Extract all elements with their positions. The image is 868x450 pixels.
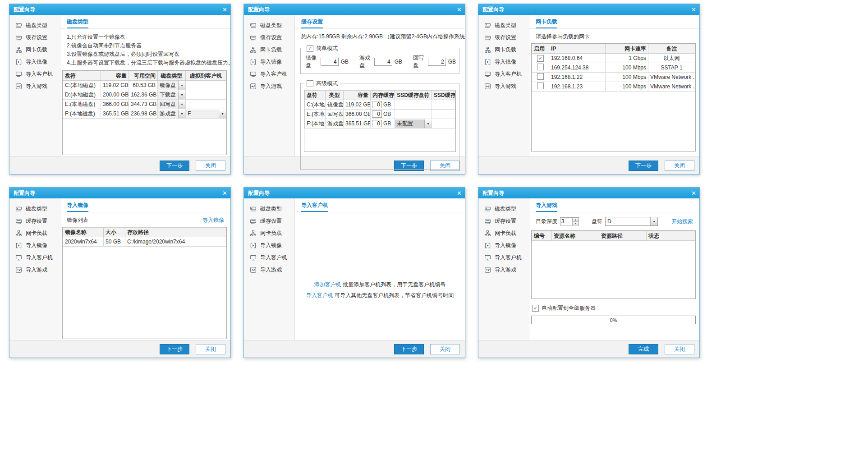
titlebar[interactable]: 配置向导 ✕ xyxy=(244,188,465,198)
import-client-link[interactable]: 导入客户机 xyxy=(306,292,333,298)
sidebar-item-cache-settings[interactable]: 缓存设置 xyxy=(9,32,60,44)
sidebar-item-import-image[interactable]: 导入镜像 xyxy=(9,239,60,252)
depth-input[interactable] xyxy=(560,218,572,225)
sidebar-item-cache-settings[interactable]: 缓存设置 xyxy=(244,32,294,44)
sidebar-item-cache-settings[interactable]: 缓存设置 xyxy=(9,215,60,227)
tab-import-game[interactable]: 导入游戏 xyxy=(536,200,557,212)
tab-import-client[interactable]: 导入客户机 xyxy=(301,200,328,212)
sidebar-item-import-game[interactable]: 导入游戏 xyxy=(478,264,529,276)
memory-cache-input[interactable] xyxy=(372,120,382,127)
sidebar-item-import-client[interactable]: 导入客户机 xyxy=(244,252,294,264)
simple-mode-checkbox[interactable] xyxy=(307,45,313,52)
sidebar-item-label: 导入游戏 xyxy=(495,83,516,90)
close-icon[interactable]: ✕ xyxy=(450,190,462,196)
nic-enable-checkbox[interactable] xyxy=(537,55,544,62)
sidebar-item-import-game[interactable]: 导入游戏 xyxy=(244,264,294,276)
start-search-link[interactable]: 开始搜索 xyxy=(671,218,693,225)
sidebar-item-import-image[interactable]: 导入镜像 xyxy=(478,56,529,68)
sidebar-item-cache-settings[interactable]: 缓存设置 xyxy=(244,215,294,227)
sidebar-item-import-game[interactable]: 导入游戏 xyxy=(9,264,60,276)
ssd-drive-select[interactable]: 未配置 xyxy=(395,119,432,128)
sidebar-item-import-client[interactable]: 导入客户机 xyxy=(478,252,529,264)
advanced-mode-checkbox[interactable] xyxy=(307,80,313,87)
sidebar-item-import-client[interactable]: 导入客户机 xyxy=(244,68,294,80)
next-button[interactable]: 下一步 xyxy=(394,344,424,354)
close-icon[interactable]: ✕ xyxy=(684,7,696,13)
close-button[interactable]: 关闭 xyxy=(196,161,225,171)
sidebar-item-nic-load[interactable]: 网卡负载 xyxy=(478,227,529,239)
close-button[interactable]: 关闭 xyxy=(430,344,460,354)
sidebar-item-import-image[interactable]: 导入镜像 xyxy=(244,56,294,68)
sidebar-item-import-game[interactable]: 导入游戏 xyxy=(244,80,294,92)
nic-enable-checkbox[interactable] xyxy=(537,83,544,89)
finish-button[interactable]: 完成 xyxy=(629,344,658,354)
disk-type-select[interactable]: 下载盘 xyxy=(158,91,185,99)
next-button[interactable]: 下一步 xyxy=(629,161,658,171)
titlebar[interactable]: 配置向导 ✕ xyxy=(244,4,465,15)
sidebar-item-import-client[interactable]: 导入客户机 xyxy=(9,68,60,80)
sidebar-item-nic-load[interactable]: 网卡负载 xyxy=(9,227,60,239)
sidebar-item-nic-load[interactable]: 网卡负载 xyxy=(9,44,60,56)
tab-import-image[interactable]: 导入镜像 xyxy=(67,200,88,212)
sidebar-item-cache-settings[interactable]: 缓存设置 xyxy=(478,215,529,227)
close-button[interactable]: 关闭 xyxy=(665,161,694,171)
free-space: 162.36 GB xyxy=(129,90,158,100)
import-image-link[interactable]: 导入镜像 xyxy=(202,216,224,224)
add-client-link[interactable]: 添加客户机 xyxy=(314,281,341,288)
sidebar-item-import-client[interactable]: 导入客户机 xyxy=(478,68,529,80)
sidebar-item-disk-type[interactable]: 磁盘类型 xyxy=(9,203,60,215)
sidebar-item-nic-load[interactable]: 网卡负载 xyxy=(244,227,294,239)
memory-cache-input[interactable] xyxy=(372,101,382,108)
sidebar-item-import-image[interactable]: 导入镜像 xyxy=(9,56,60,68)
close-icon[interactable]: ✕ xyxy=(216,7,227,13)
close-button[interactable]: 关闭 xyxy=(665,344,694,354)
auto-config-checkbox[interactable] xyxy=(532,305,539,312)
tab-header: 导入镜像 xyxy=(60,198,230,212)
titlebar[interactable]: 配置向导 ✕ xyxy=(478,188,699,198)
tab-nic-load[interactable]: 网卡负载 xyxy=(536,16,557,28)
drive-name: E:(本地磁盘) xyxy=(63,100,101,109)
titlebar[interactable]: 配置向导 ✕ xyxy=(9,188,230,198)
sidebar-item-import-game[interactable]: 导入游戏 xyxy=(9,80,60,92)
depth-spinner[interactable] xyxy=(560,217,579,225)
writeback-cache-input[interactable] xyxy=(428,58,446,66)
next-button[interactable]: 下一步 xyxy=(160,344,189,354)
nic-enable-checkbox[interactable] xyxy=(537,73,544,80)
drive-select[interactable]: D xyxy=(605,217,658,226)
selected-disk-type: 游戏盘 xyxy=(158,110,178,118)
image-cache-input[interactable] xyxy=(321,58,339,66)
sidebar-item-disk-type[interactable]: 磁盘类型 xyxy=(478,203,529,215)
sidebar: 磁盘类型 缓存设置 网卡负载 导入镜像 导入客户机 导入游戏 xyxy=(244,15,295,156)
sidebar-item-cache-settings[interactable]: 缓存设置 xyxy=(478,32,529,44)
close-icon[interactable]: ✕ xyxy=(450,7,462,13)
sidebar-item-import-client[interactable]: 导入客户机 xyxy=(9,252,60,264)
sidebar-item-import-game[interactable]: 导入游戏 xyxy=(478,80,529,92)
nic-enable-checkbox[interactable] xyxy=(537,64,544,70)
disk-type-select[interactable]: 回写盘 xyxy=(158,100,185,109)
sidebar-item-nic-load[interactable]: 网卡负载 xyxy=(244,44,294,56)
disk-type-select[interactable]: 游戏盘 xyxy=(158,110,185,118)
tab-disk-type[interactable]: 磁盘类型 xyxy=(67,16,88,28)
tab-cache-settings[interactable]: 缓存设置 xyxy=(301,16,323,28)
memory-cache-input[interactable] xyxy=(372,110,382,118)
sidebar-item-disk-type[interactable]: 磁盘类型 xyxy=(478,19,529,32)
import-game-panel: 导入游戏 目录深度 盘符 D 开始搜索 xyxy=(529,198,699,340)
table-row[interactable]: 2020win7x64 50 GB C:/kimage/2020win7x64 xyxy=(63,237,226,247)
close-button[interactable]: 关闭 xyxy=(196,344,225,354)
game-cache-input[interactable] xyxy=(374,58,392,66)
sidebar-item-nic-load[interactable]: 网卡负载 xyxy=(478,44,529,56)
next-button[interactable]: 下一步 xyxy=(160,161,189,171)
close-icon[interactable]: ✕ xyxy=(684,190,696,196)
disk-type-select[interactable]: 镜像盘 xyxy=(158,81,185,90)
sidebar-item-disk-type[interactable]: 磁盘类型 xyxy=(9,19,60,32)
titlebar[interactable]: 配置向导 ✕ xyxy=(478,4,699,15)
close-icon[interactable]: ✕ xyxy=(216,190,227,196)
client-map-select[interactable]: F xyxy=(186,110,226,118)
sidebar-item-import-image[interactable]: 导入镜像 xyxy=(478,239,529,252)
titlebar[interactable]: 配置向导 ✕ xyxy=(9,4,230,15)
sidebar-item-disk-type[interactable]: 磁盘类型 xyxy=(244,19,294,32)
spin-down-icon[interactable] xyxy=(573,221,579,225)
sidebar-item-import-image[interactable]: 导入镜像 xyxy=(244,239,294,252)
sidebar-item-disk-type[interactable]: 磁盘类型 xyxy=(244,203,294,215)
spin-up-icon[interactable] xyxy=(573,218,579,221)
